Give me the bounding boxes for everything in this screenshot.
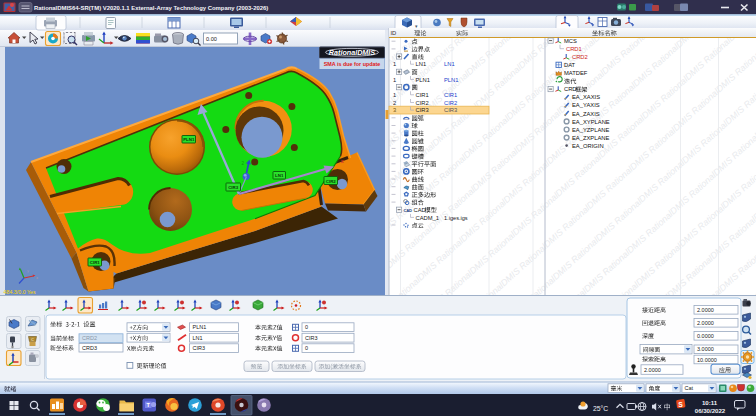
svg-text:CIR1: CIR1 (444, 92, 457, 98)
svg-text:CAD: CAD (414, 207, 426, 213)
svg-text:0: 0 (305, 324, 308, 330)
svg-text:EA_XAXIS: EA_XAXIS (572, 94, 600, 100)
svg-text:1: 1 (393, 61, 396, 67)
svg-text:CAD: CAD (404, 208, 412, 213)
svg-text:1: 1 (393, 92, 396, 98)
svg-text:1.iges.igs: 1.iges.igs (444, 215, 468, 221)
svg-text:10:11: 10:11 (702, 399, 718, 406)
svg-text:EA_ZXPLANE: EA_ZXPLANE (572, 135, 610, 141)
svg-text:10.0000: 10.0000 (697, 357, 717, 363)
svg-text:3: 3 (393, 107, 396, 113)
svg-text:EA_XYPLANE: EA_XYPLANE (572, 119, 610, 125)
svg-text:LN1: LN1 (275, 173, 284, 178)
svg-text:CIR3: CIR3 (228, 185, 239, 190)
svg-text:EA_ZAXIS: EA_ZAXIS (572, 111, 600, 117)
svg-text:DAT: DAT (564, 62, 576, 68)
svg-text:CIR3: CIR3 (444, 107, 457, 113)
svg-text:CADM_1: CADM_1 (416, 215, 440, 221)
svg-text:PLN1: PLN1 (183, 137, 195, 142)
svg-text:SMA is due for update: SMA is due for update (324, 61, 381, 67)
svg-text:1: 1 (393, 77, 396, 83)
svg-text:LN1: LN1 (444, 61, 455, 67)
svg-text:Cat: Cat (685, 385, 694, 391)
svg-text:CRD: CRD (564, 86, 577, 92)
svg-text:PLN1: PLN1 (416, 77, 431, 83)
svg-text:CIR2: CIR2 (416, 100, 429, 106)
svg-text:CIR2: CIR2 (326, 179, 337, 184)
svg-text:EA_YZPLANE: EA_YZPLANE (572, 127, 610, 133)
svg-text:CRD2: CRD2 (82, 335, 97, 341)
svg-text:0.0000: 0.0000 (697, 333, 714, 339)
svg-text:CIR2: CIR2 (444, 100, 457, 106)
svg-text:25°C: 25°C (593, 405, 608, 412)
svg-text:CRD2: CRD2 (572, 54, 588, 60)
svg-text:CRD1: CRD1 (566, 46, 582, 52)
svg-text:x: x (341, 158, 344, 164)
svg-text:LN1: LN1 (416, 61, 427, 67)
svg-text:RationalDMIS64-SR(TM) V2020.1.: RationalDMIS64-SR(TM) V2020.1.1 External… (34, 5, 268, 11)
svg-text:EA_ORIGIN: EA_ORIGIN (572, 143, 604, 149)
svg-text:PLN1: PLN1 (193, 324, 207, 330)
svg-text:LN1: LN1 (193, 335, 203, 341)
svg-text:y: y (27, 268, 29, 273)
svg-text:EA_YAXIS: EA_YAXIS (572, 102, 600, 108)
svg-text:x: x (36, 275, 38, 280)
svg-text:CIR1: CIR1 (90, 260, 101, 265)
svg-text:ID: ID (391, 30, 397, 36)
svg-text:CIR3: CIR3 (416, 107, 429, 113)
svg-text:CIR1: CIR1 (416, 92, 429, 98)
svg-text:CRD3: CRD3 (82, 345, 97, 351)
svg-text:2: 2 (393, 100, 396, 106)
svg-text:MCS: MCS (564, 38, 577, 44)
svg-text:3.0000: 3.0000 (697, 346, 714, 352)
svg-text:CIR3: CIR3 (305, 335, 318, 341)
svg-text:0.00: 0.00 (206, 36, 217, 42)
svg-text:2.0000: 2.0000 (644, 367, 661, 373)
svg-text:2.0000: 2.0000 (697, 320, 714, 326)
svg-text:484.3/0.0 Yes: 484.3/0.0 Yes (4, 289, 36, 295)
svg-text:PLN1: PLN1 (444, 77, 459, 83)
svg-text:MATDEF: MATDEF (564, 70, 588, 76)
svg-text:0: 0 (305, 345, 308, 351)
svg-text:S: S (678, 401, 683, 408)
svg-text:06/30/2022: 06/30/2022 (695, 407, 726, 414)
svg-text:CIR3: CIR3 (193, 345, 206, 351)
svg-text:2.0000: 2.0000 (697, 307, 714, 313)
svg-text:RationalDMIS: RationalDMIS (329, 48, 376, 57)
